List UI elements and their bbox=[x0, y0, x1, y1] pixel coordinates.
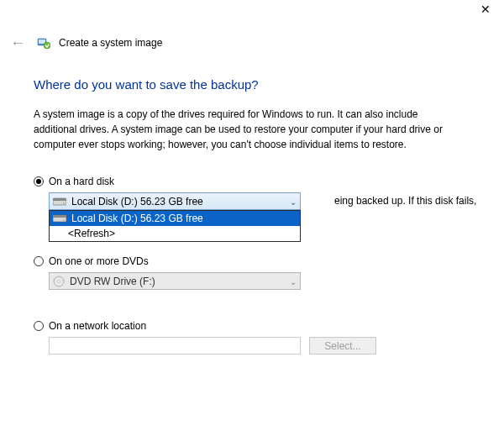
page-heading: Where do you want to save the backup? bbox=[34, 77, 470, 92]
svg-point-5 bbox=[63, 202, 65, 204]
header: ← Create a system image bbox=[7, 35, 162, 50]
dvd-combo-text: DVD RW Drive (F:) bbox=[70, 276, 155, 287]
select-button-label: Select... bbox=[324, 340, 360, 352]
radio-hard-disk-label: On a hard disk bbox=[49, 176, 114, 187]
svg-point-8 bbox=[63, 219, 65, 221]
radio-dvd-label: On one or more DVDs bbox=[49, 255, 149, 267]
svg-rect-4 bbox=[53, 198, 66, 201]
window-title: Create a system image bbox=[59, 37, 162, 49]
radio-network-label: On a network location bbox=[49, 320, 146, 332]
back-arrow-icon[interactable]: ← bbox=[7, 35, 29, 50]
combo-item-label: <Refresh> bbox=[68, 228, 115, 239]
select-button: Select... bbox=[309, 337, 376, 355]
hard-disk-combo[interactable]: Local Disk (D:) 56.23 GB free ⌄ Local Di… bbox=[49, 192, 301, 210]
hard-disk-combo-list: Local Disk (D:) 56.23 GB free <Refresh> bbox=[49, 210, 301, 242]
radio-network[interactable] bbox=[34, 321, 44, 331]
combo-item-local-disk-d[interactable]: Local Disk (D:) 56.23 GB free bbox=[50, 211, 300, 226]
network-path-input[interactable] bbox=[49, 337, 301, 355]
radio-dvd[interactable] bbox=[34, 256, 44, 266]
combo-item-refresh[interactable]: <Refresh> bbox=[50, 226, 300, 241]
hard-drive-icon bbox=[53, 213, 66, 223]
hard-drive-icon bbox=[53, 197, 66, 207]
warning-text-fragment: eing backed up. If this disk fails, bbox=[334, 195, 476, 207]
svg-rect-7 bbox=[53, 215, 66, 218]
chevron-down-icon: ⌄ bbox=[290, 197, 297, 206]
system-image-icon bbox=[37, 36, 50, 50]
chevron-down-icon: ⌄ bbox=[290, 276, 297, 286]
svg-point-10 bbox=[58, 280, 60, 282]
close-icon[interactable]: ✕ bbox=[474, 0, 497, 19]
page-description: A system image is a copy of the drives r… bbox=[34, 107, 454, 152]
combo-item-label: Local Disk (D:) 56.23 GB free bbox=[71, 213, 203, 224]
radio-hard-disk[interactable] bbox=[34, 176, 44, 186]
hard-disk-combo-text: Local Disk (D:) 56.23 GB free bbox=[71, 196, 203, 207]
dvd-drive-icon bbox=[53, 276, 65, 287]
dvd-combo[interactable]: DVD RW Drive (F:) ⌄ bbox=[49, 272, 301, 290]
